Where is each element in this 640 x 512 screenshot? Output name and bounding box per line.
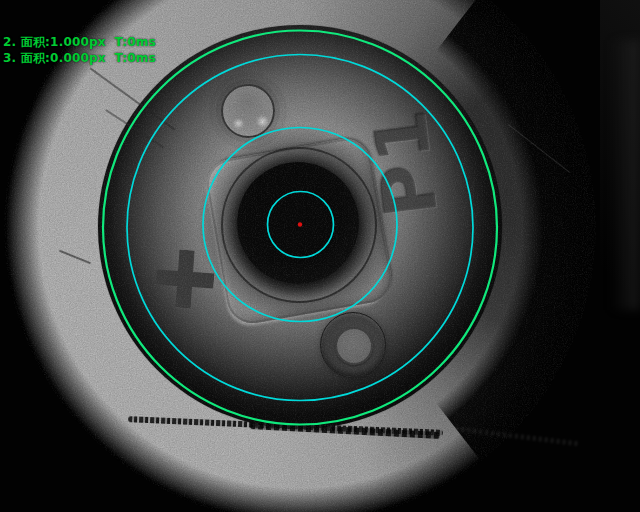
measurement-overlay[interactable]: [0, 0, 640, 512]
measurement-result-line: 3. 面积:0.000px T:0ms: [3, 50, 156, 66]
measurement-result-line: 2. 面积:1.000px T:0ms: [3, 34, 156, 50]
camera-image[interactable]: P1 2. 面积:1.000px T:0ms 3. 面积:0.000px T:0…: [0, 0, 640, 512]
roi-circle-outer-cyan[interactable]: [127, 55, 473, 401]
measurement-results: 2. 面积:1.000px T:0ms 3. 面积:0.000px T:0ms: [3, 2, 21, 66]
roi-circle-outer-green[interactable]: [103, 31, 497, 425]
roi-center-point[interactable]: [298, 222, 302, 226]
